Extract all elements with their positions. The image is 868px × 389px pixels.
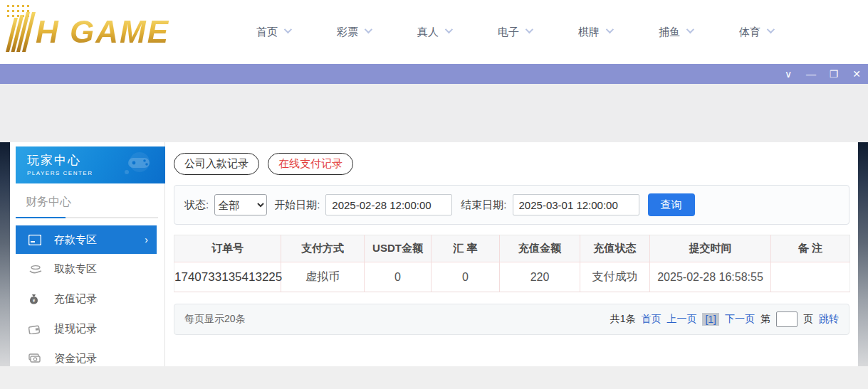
cell-recharge-amount: 220 xyxy=(500,262,580,292)
search-button[interactable]: 查询 xyxy=(648,193,695,216)
section-divider xyxy=(16,217,158,218)
total-count-label: 共1条 xyxy=(610,313,636,326)
bottom-band xyxy=(0,366,868,389)
cell-usdt-amount: 0 xyxy=(365,262,432,292)
spacer-band xyxy=(0,84,868,142)
chevron-down-icon xyxy=(686,26,694,33)
jump-suffix-label: 页 xyxy=(803,313,813,326)
content-panel: 公司入款记录 在线支付记录 状态: 全部 开始日期: 结束日期: 查询 xyxy=(165,142,858,366)
window-minimize-icon[interactable]: — xyxy=(800,64,822,84)
sidebar: 玩家中心 PLAYERS CENTER 财务中心 存款 xyxy=(10,142,165,366)
sidebar-item-withdraw-records[interactable]: 提现记录 xyxy=(16,314,157,343)
cell-pay-method: 虚拟币 xyxy=(281,262,365,292)
chevron-down-icon xyxy=(767,26,775,33)
sidebar-item-recharge-records[interactable]: ¥ 充值记录 xyxy=(16,284,157,314)
banknotes-icon xyxy=(28,353,43,365)
col-header-recharge-amount: 充值金额 xyxy=(500,235,580,262)
col-header-usdt-amount: USDT金额 xyxy=(365,235,432,262)
chevron-down-icon xyxy=(284,26,292,33)
jump-prefix-label: 第 xyxy=(760,313,770,326)
nav-item-home[interactable]: 首页 xyxy=(256,26,290,39)
col-header-recharge-status: 充值状态 xyxy=(580,235,650,262)
players-center-header: 玩家中心 PLAYERS CENTER xyxy=(16,146,165,183)
nav-item-fishing[interactable]: 捕鱼 xyxy=(659,26,692,39)
chevron-down-icon xyxy=(606,26,614,33)
end-date-input[interactable] xyxy=(513,194,639,215)
sidebar-item-deposit-zone[interactable]: 存款专区 › xyxy=(16,225,157,254)
record-tabs: 公司入款记录 在线支付记录 xyxy=(174,153,849,175)
prev-page-link[interactable]: 上一页 xyxy=(666,313,696,326)
sidebar-item-label: 资金记录 xyxy=(54,352,97,366)
chevron-right-icon: › xyxy=(145,234,148,245)
table-row: 1740733135413225 虚拟币 0 0 220 支付成功 2025-0… xyxy=(174,262,850,292)
sidebar-item-label: 提现记录 xyxy=(54,322,97,336)
start-date-label: 开始日期: xyxy=(274,198,320,212)
nav-item-sports[interactable]: 体育 xyxy=(739,26,773,39)
wallet-icon xyxy=(28,324,43,335)
col-header-pay-method: 支付方式 xyxy=(281,235,365,262)
start-date-input[interactable] xyxy=(325,194,452,215)
main-area: 玩家中心 PLAYERS CENTER 财务中心 存款 xyxy=(0,142,868,366)
logo[interactable]: H GAME xyxy=(10,12,216,52)
deposit-card-icon xyxy=(28,234,43,245)
nav-item-live[interactable]: 真人 xyxy=(417,26,451,39)
tab-company-deposit-records[interactable]: 公司入款记录 xyxy=(174,153,259,175)
nav-item-chess[interactable]: 棋牌 xyxy=(578,26,612,39)
col-header-submit-time: 提交时间 xyxy=(650,235,771,262)
page: H GAME 首页 彩票 真人 电子 棋牌 xyxy=(0,0,868,389)
sidebar-item-label: 存款专区 xyxy=(54,233,97,247)
table-header-row: 订单号 支付方式 USDT金额 汇 率 充值金额 充值状态 提交时间 备 注 xyxy=(174,235,850,262)
sidebar-item-label: 取款专区 xyxy=(54,262,97,276)
svg-text:¥: ¥ xyxy=(33,297,36,302)
chevron-down-icon xyxy=(525,26,533,33)
chevron-down-icon xyxy=(445,26,453,33)
status-select[interactable]: 全部 xyxy=(214,194,267,215)
cell-recharge-status: 支付成功 xyxy=(580,262,650,292)
hand-coins-icon xyxy=(28,264,43,275)
cell-rate: 0 xyxy=(432,262,500,292)
nav-item-slots[interactable]: 电子 xyxy=(498,26,531,39)
per-page-label: 每页显示20条 xyxy=(184,313,246,326)
first-page-link[interactable]: 首页 xyxy=(641,313,661,326)
status-label: 状态: xyxy=(184,198,209,212)
jump-button[interactable]: 跳转 xyxy=(819,313,839,326)
window-titlebar: ∨ — ❐ ✕ xyxy=(0,64,868,84)
page-jump-input[interactable] xyxy=(776,311,798,327)
filter-bar: 状态: 全部 开始日期: 结束日期: 查询 xyxy=(174,185,849,225)
pagination-controls: 共1条 首页 上一页 [1] 下一页 第 页 跳转 xyxy=(610,311,839,327)
col-header-note: 备 注 xyxy=(771,235,850,262)
pagination-bar: 每页显示20条 共1条 首页 上一页 [1] 下一页 第 页 跳转 xyxy=(174,304,849,335)
tab-online-payment-records[interactable]: 在线支付记录 xyxy=(268,153,353,175)
main-nav: 首页 彩票 真人 电子 棋牌 捕鱼 xyxy=(256,26,820,39)
window-close-icon[interactable]: ✕ xyxy=(845,64,868,84)
next-page-link[interactable]: 下一页 xyxy=(725,313,755,326)
cell-note xyxy=(771,262,850,292)
window-maximize-icon[interactable]: ❐ xyxy=(822,64,845,84)
sidebar-menu: 存款专区 › 取款专区 ¥ 充值记录 xyxy=(16,225,164,373)
nav-item-lottery[interactable]: 彩票 xyxy=(337,26,370,39)
records-table: 订单号 支付方式 USDT金额 汇 率 充值金额 充值状态 提交时间 备 注 1… xyxy=(174,235,850,292)
money-bag-icon: ¥ xyxy=(28,294,43,305)
finance-center-label: 财务中心 xyxy=(16,183,164,217)
sidebar-item-withdraw-zone[interactable]: 取款专区 xyxy=(16,255,157,284)
col-header-order-no: 订单号 xyxy=(174,235,281,262)
site-header: H GAME 首页 彩票 真人 电子 棋牌 xyxy=(0,0,868,64)
end-date-label: 结束日期: xyxy=(461,198,506,212)
logo-stripes-icon xyxy=(10,12,33,52)
col-header-rate: 汇 率 xyxy=(432,235,500,262)
window-dropdown-icon[interactable]: ∨ xyxy=(777,64,800,84)
cell-order-no: 1740733135413225 xyxy=(174,262,281,292)
gamepad-icon xyxy=(118,151,155,179)
cell-submit-time: 2025-02-28 16:58:55 xyxy=(650,262,771,292)
sidebar-item-label: 充值记录 xyxy=(54,292,97,306)
logo-text: H GAME xyxy=(36,14,169,50)
chevron-down-icon xyxy=(365,26,372,33)
current-page-indicator: [1] xyxy=(702,313,719,326)
